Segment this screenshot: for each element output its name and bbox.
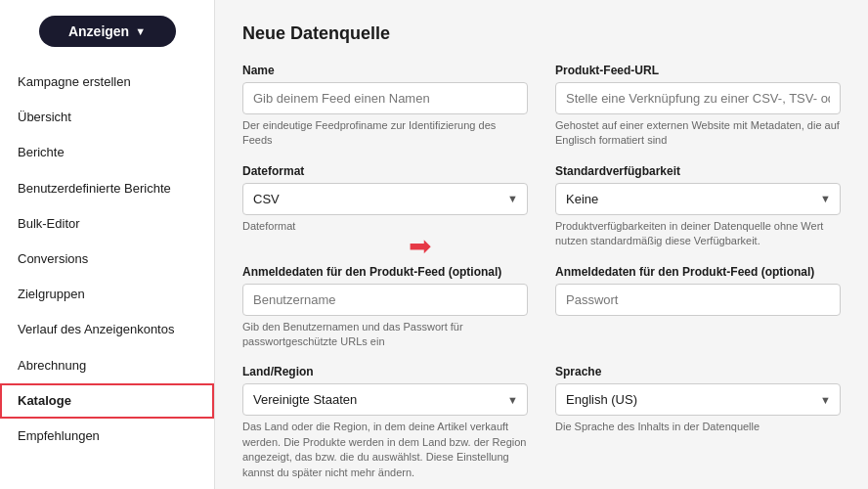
password-label: Anmeldedaten für den Produkt-Feed (optio… <box>555 265 841 279</box>
password-section: Anmeldedaten für den Produkt-Feed (optio… <box>555 265 841 350</box>
username-hint: Gib den Benutzernamen und das Passwort f… <box>242 320 528 350</box>
language-section: Sprache English (US) ▼ Die Sprache des I… <box>555 365 841 480</box>
feed-url-hint: Gehostet auf einer externen Website mit … <box>555 118 841 149</box>
sidebar-item-benutzerdefinierte[interactable]: Benutzerdefinierte Berichte <box>0 171 214 206</box>
sidebar-item-kataloge[interactable]: Kataloge <box>0 383 214 419</box>
feed-url-label: Produkt-Feed-URL <box>555 64 841 77</box>
date-format-section: Dateformat CSV ▼ Dateformat <box>242 164 528 249</box>
username-input[interactable] <box>242 284 528 316</box>
sidebar-item-uebersicht[interactable]: Übersicht <box>0 100 214 135</box>
username-section: Anmeldedaten für den Produkt-Feed (optio… <box>242 265 528 350</box>
date-format-label: Dateformat <box>242 164 528 178</box>
date-format-hint: Dateformat <box>242 219 528 234</box>
form-grid: Name Der eindeutige Feedprofiname zur Id… <box>242 64 841 489</box>
availability-select[interactable]: Keine <box>555 183 841 215</box>
availability-wrapper: Keine ▼ <box>555 183 841 215</box>
sidebar-item-verlauf[interactable]: Verlauf des Anzeigenkontos <box>0 312 214 347</box>
sidebar-item-empfehlungen[interactable]: Empfehlungen <box>0 419 214 454</box>
language-label: Sprache <box>555 365 841 378</box>
country-section: Land/Region Vereinigte Staaten ▼ Das Lan… <box>242 365 528 480</box>
arrow-indicator: ➡ <box>409 230 431 262</box>
name-hint: Der eindeutige Feedprofiname zur Identif… <box>242 118 528 149</box>
name-section: Name Der eindeutige Feedprofiname zur Id… <box>242 64 528 149</box>
country-hint: Das Land oder die Region, in dem deine A… <box>242 420 528 480</box>
page-title: Neue Datenquelle <box>242 23 841 44</box>
language-hint: Die Sprache des Inhalts in der Datenquel… <box>555 420 841 434</box>
sidebar-item-kampagne[interactable]: Kampagne erstellen <box>0 65 214 100</box>
name-label: Name <box>242 64 528 77</box>
date-format-select[interactable]: CSV <box>242 183 528 215</box>
password-input[interactable] <box>555 284 841 316</box>
sidebar-item-abrechnung[interactable]: Abrechnung <box>0 348 214 383</box>
feed-url-section: Produkt-Feed-URL Gehostet auf einer exte… <box>555 64 841 149</box>
feed-url-input[interactable] <box>555 82 841 114</box>
availability-section: Standardverfügbarkeit Keine ▼ Produktver… <box>555 164 841 249</box>
sidebar-item-zielgruppen[interactable]: Zielgruppen <box>0 277 214 312</box>
country-label: Land/Region <box>242 365 528 378</box>
anzeigen-label: Anzeigen <box>68 23 129 39</box>
sidebar: Anzeigen ▼ Kampagne erstellen Übersicht … <box>0 0 215 489</box>
language-select[interactable]: English (US) <box>555 383 841 416</box>
date-format-wrapper: CSV ▼ <box>242 183 528 215</box>
sidebar-item-berichte[interactable]: Berichte <box>0 135 214 170</box>
availability-label: Standardverfügbarkeit <box>555 164 841 178</box>
main-content: Neue Datenquelle Name Der eindeutige Fee… <box>215 0 868 489</box>
sidebar-item-conversions[interactable]: Conversions <box>0 242 214 277</box>
anzeigen-button[interactable]: Anzeigen ▼ <box>39 16 176 47</box>
language-wrapper: English (US) ▼ <box>555 383 841 416</box>
country-select[interactable]: Vereinigte Staaten <box>242 383 528 416</box>
name-input[interactable] <box>242 82 528 114</box>
chevron-down-icon: ▼ <box>135 25 146 37</box>
username-label: Anmeldedaten für den Produkt-Feed (optio… <box>242 265 528 279</box>
availability-hint: Produktverfügbarkeiten in deiner Datenqu… <box>555 219 841 249</box>
country-wrapper: Vereinigte Staaten ▼ <box>242 383 528 416</box>
sidebar-item-bulk-editor[interactable]: Bulk-Editor <box>0 206 214 242</box>
